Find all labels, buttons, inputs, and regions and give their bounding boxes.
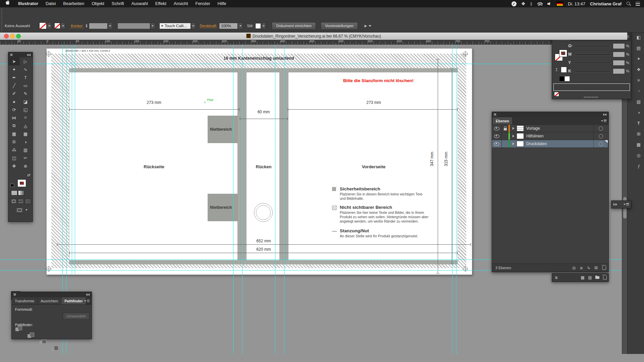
guide-vertical[interactable] [242, 44, 243, 354]
color-mode-button[interactable] [11, 190, 17, 195]
rectangle-tool[interactable]: ▭ [20, 81, 31, 89]
clipping-mask-icon[interactable]: ⧈ [578, 265, 585, 270]
direct-selection-tool[interactable]: ▷ [20, 57, 31, 65]
guide-vertical[interactable] [233, 44, 233, 354]
gradient-mode-button[interactable] [18, 190, 24, 195]
menu-schrift[interactable]: Schrift [108, 0, 128, 7]
pencil-tool[interactable]: ✎ [20, 89, 31, 98]
channel-value-field[interactable] [613, 52, 625, 57]
spine-finger-hole[interactable] [254, 203, 273, 222]
menu-bar-clock[interactable]: Di. 13:47 [568, 1, 585, 6]
free-transform-tool[interactable]: ⌗ [20, 114, 31, 122]
close-icon[interactable] [493, 113, 496, 116]
gradient-tool[interactable]: ▩ [20, 130, 31, 138]
guide-horizontal[interactable] [0, 64, 627, 64]
opacity-label[interactable]: Deckkraft: [200, 24, 217, 28]
document-window-title-bar[interactable]: Druckdaten_Ringordner_Versicherung.ai be… [0, 32, 627, 40]
symbol-sprayer-tool[interactable]: ⁂ [8, 146, 20, 154]
expand-arrow-icon[interactable] [513, 142, 514, 145]
guide-vertical[interactable] [275, 44, 275, 354]
graphic-style-swatch[interactable] [255, 23, 261, 29]
minus-front-button[interactable] [26, 332, 36, 339]
channel-slider[interactable] [574, 45, 611, 47]
german-flag-icon[interactable] [556, 2, 563, 6]
visibility-toggle[interactable] [492, 125, 502, 132]
line-segment-tool[interactable]: ╱ [8, 81, 20, 89]
notification-center-icon[interactable] [636, 2, 640, 6]
panel-menu-icon[interactable] [601, 119, 606, 123]
bluetooth-icon[interactable]: ᛒ [530, 1, 533, 6]
layers-panel-header[interactable] [492, 112, 608, 117]
delete-icon[interactable] [603, 276, 607, 280]
stroke-weight-arrow[interactable] [108, 22, 113, 29]
perspective-grid-tool[interactable]: ◬ [20, 122, 31, 130]
color-spectrum-bar[interactable] [553, 83, 630, 91]
lasso-tool[interactable]: ∿ [20, 65, 31, 73]
menu-ansicht[interactable]: Ansicht [170, 0, 192, 7]
lock-toggle[interactable] [502, 132, 508, 140]
panel-menu-icon[interactable] [624, 203, 629, 206]
type-tool[interactable]: T [20, 73, 31, 81]
app-bar-grip[interactable] [0, 7, 3, 32]
horizontal-ruler[interactable]: 50 0 50 100 150 200 250 300 350 400 450 … [0, 40, 627, 45]
menu-fenster[interactable]: Fenster [192, 0, 214, 7]
panel-menu-icon[interactable] [84, 299, 90, 303]
apply-color-icon[interactable]: ↥ [555, 67, 558, 72]
dock-gradient-panel-icon[interactable]: ◔ [637, 88, 640, 94]
close-icon[interactable] [10, 53, 13, 56]
default-fill-stroke-icon[interactable] [10, 184, 14, 187]
stroke-weight-field[interactable] [89, 23, 108, 29]
delete-layer-icon[interactable] [602, 266, 606, 270]
channel-value-field[interactable] [613, 60, 625, 66]
brush-definition-field[interactable]: ● Touch Calli... [159, 23, 191, 29]
mesh-tool[interactable]: ▦ [8, 130, 20, 138]
new-layer-icon[interactable]: ⊞ [592, 265, 600, 270]
dock-type-panel-icon[interactable]: T [637, 121, 640, 126]
color-panel-stroke-swatch[interactable] [559, 50, 567, 57]
strip-menu-icon[interactable]: ≣ [555, 276, 558, 280]
rotate-tool[interactable]: ⟳ [8, 106, 20, 114]
artboard[interactable]: 280/60/280 = 620 x 315 mm; Combi-2 16 mm… [46, 48, 472, 275]
width-tool[interactable]: ⋈ [8, 114, 20, 122]
lock-toggle[interactable] [502, 125, 508, 132]
stroke-weight-stepper[interactable] [86, 24, 89, 27]
layer-name[interactable]: Hilfslinien [526, 134, 543, 138]
last-color-swatch[interactable] [561, 67, 567, 73]
black-swatch[interactable] [559, 76, 565, 81]
blob-brush-tool[interactable]: ● [8, 98, 20, 106]
list-view-icon[interactable]: ▤ [586, 275, 594, 280]
opacity-arrow[interactable] [238, 22, 243, 29]
stroke-color-swatch[interactable] [54, 23, 60, 29]
intersect-button[interactable] [39, 339, 48, 346]
document-setup-button[interactable]: Dokument einrichten [272, 22, 316, 30]
expand-icon[interactable] [613, 203, 618, 206]
menu-bearbeiten[interactable]: Bearbeiten [59, 0, 88, 7]
tab-ausrichten[interactable]: Ausrichten [38, 297, 61, 304]
selection-options-icon[interactable]: ➤ [364, 23, 367, 28]
layer-thumbnail[interactable] [517, 125, 524, 131]
layer-thumbnail[interactable] [517, 141, 524, 147]
layer-row-vorlage[interactable]: Vorlage [492, 125, 608, 132]
stroke-color-arrow[interactable] [60, 22, 65, 29]
draw-normal-button[interactable] [10, 198, 17, 204]
fill-color-swatch[interactable] [39, 22, 47, 29]
menu-objekt[interactable]: Objekt [88, 0, 108, 7]
expand-arrow-icon[interactable] [513, 135, 514, 137]
expand-arrow-icon[interactable] [513, 127, 514, 130]
paintbrush-tool[interactable]: ✐ [8, 89, 20, 98]
channel-value-field[interactable] [613, 68, 625, 74]
shape-builder-tool[interactable]: ⧉ [8, 122, 20, 130]
layer-thumbnail[interactable] [517, 133, 524, 139]
column-graph-tool[interactable]: ▥ [20, 146, 31, 154]
tab-transformieren[interactable]: Transformie [12, 297, 38, 304]
dock-navigator-panel-icon[interactable]: ◎ [637, 153, 640, 158]
target-circle[interactable] [599, 142, 603, 146]
apple-menu[interactable] [0, 0, 14, 7]
hand-tool[interactable]: ✥ [8, 162, 20, 170]
eraser-tool[interactable]: ◪ [20, 98, 31, 106]
toolbar-stroke-swatch[interactable] [18, 180, 26, 187]
draw-behind-button[interactable] [17, 198, 24, 204]
dock-align-panel-icon[interactable]: ⊞ [637, 131, 641, 136]
tools-panel-header[interactable] [8, 52, 33, 57]
guide-vertical[interactable] [284, 44, 284, 354]
